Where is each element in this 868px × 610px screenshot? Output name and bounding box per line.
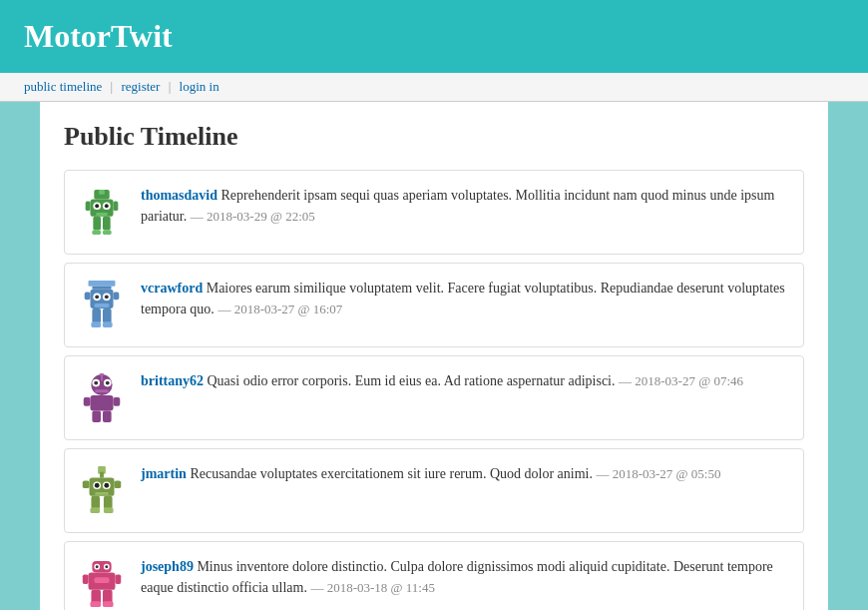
svg-rect-36 bbox=[114, 397, 121, 406]
svg-rect-33 bbox=[95, 389, 108, 392]
svg-point-45 bbox=[95, 482, 100, 487]
nav-register[interactable]: register bbox=[121, 79, 160, 94]
tweet-item: jmartin Recusandae voluptates exercitati… bbox=[64, 448, 804, 533]
svg-rect-21 bbox=[94, 304, 109, 307]
svg-rect-8 bbox=[114, 201, 119, 211]
svg-rect-24 bbox=[92, 307, 101, 321]
svg-rect-26 bbox=[91, 321, 101, 327]
svg-rect-10 bbox=[103, 216, 111, 229]
svg-rect-11 bbox=[92, 230, 101, 235]
tweet-body: brittany62 Quasi odio error corporis. Eu… bbox=[141, 370, 791, 391]
svg-rect-6 bbox=[96, 213, 108, 216]
svg-point-18 bbox=[95, 295, 99, 299]
svg-point-3 bbox=[95, 204, 99, 208]
nav-bar: public timeline | register | login in bbox=[0, 73, 868, 102]
tweet-username[interactable]: jmartin bbox=[141, 466, 187, 481]
svg-rect-13 bbox=[99, 189, 105, 194]
svg-rect-50 bbox=[115, 480, 122, 488]
avatar bbox=[77, 370, 127, 425]
nav-public-timeline[interactable]: public timeline bbox=[24, 79, 102, 94]
app-title: MotorTwit bbox=[24, 18, 173, 54]
tweet-username[interactable]: joseph89 bbox=[141, 559, 194, 574]
tweet-item: vcrawford Maiores earum similique volupt… bbox=[64, 263, 804, 347]
svg-rect-27 bbox=[103, 321, 113, 327]
svg-rect-61 bbox=[94, 577, 109, 583]
svg-rect-63 bbox=[115, 574, 121, 584]
tweet-username[interactable]: thomasdavid bbox=[141, 188, 217, 203]
avatar bbox=[77, 185, 127, 240]
svg-point-30 bbox=[94, 380, 98, 384]
svg-rect-66 bbox=[90, 601, 101, 607]
tweet-list: thomasdavid Reprehenderit ipsam sequi qu… bbox=[64, 170, 804, 610]
svg-rect-37 bbox=[92, 410, 101, 422]
svg-rect-42 bbox=[100, 471, 104, 477]
svg-rect-51 bbox=[91, 495, 100, 508]
svg-point-5 bbox=[105, 204, 109, 208]
svg-rect-7 bbox=[86, 201, 91, 211]
svg-rect-14 bbox=[89, 281, 116, 287]
svg-point-32 bbox=[106, 380, 110, 384]
page-title: Public Timeline bbox=[64, 122, 804, 152]
avatar bbox=[77, 556, 127, 610]
svg-rect-34 bbox=[90, 395, 113, 410]
nav-sep-2: | bbox=[169, 79, 172, 94]
svg-point-59 bbox=[105, 565, 108, 568]
svg-rect-54 bbox=[104, 507, 114, 513]
nav-sep-1: | bbox=[111, 79, 114, 94]
tweet-item: brittany62 Quasi odio error corporis. Eu… bbox=[64, 355, 804, 440]
main-content: Public Timeline thomasdavid Reprehenderi… bbox=[40, 102, 828, 610]
tweet-body: thomasdavid Reprehenderit ipsam sequi qu… bbox=[141, 185, 791, 227]
nav-login[interactable]: login in bbox=[180, 79, 219, 94]
tweet-body: vcrawford Maiores earum similique volupt… bbox=[141, 278, 791, 319]
svg-rect-35 bbox=[84, 397, 91, 406]
tweet-timestamp: — 2018-03-27 @ 16:07 bbox=[217, 302, 342, 316]
svg-point-57 bbox=[96, 565, 99, 568]
tweet-timestamp: — 2018-03-27 @ 05:50 bbox=[596, 466, 720, 481]
svg-rect-65 bbox=[103, 589, 113, 602]
svg-rect-62 bbox=[83, 574, 89, 584]
tweet-item: joseph89 Minus inventore dolore distinct… bbox=[64, 541, 804, 610]
svg-point-47 bbox=[104, 482, 109, 487]
svg-point-20 bbox=[105, 295, 109, 299]
tweet-body: jmartin Recusandae voluptates exercitati… bbox=[141, 463, 791, 484]
svg-rect-48 bbox=[95, 491, 108, 494]
tweet-timestamp: — 2018-03-27 @ 07:46 bbox=[619, 373, 743, 388]
svg-rect-12 bbox=[103, 230, 112, 235]
tweet-item: thomasdavid Reprehenderit ipsam sequi qu… bbox=[64, 170, 804, 255]
svg-rect-67 bbox=[103, 601, 114, 607]
svg-rect-49 bbox=[83, 480, 90, 488]
tweet-timestamp: — 2018-03-18 @ 11:45 bbox=[310, 580, 435, 595]
svg-rect-53 bbox=[90, 507, 100, 513]
svg-rect-25 bbox=[103, 307, 112, 321]
tweet-username[interactable]: vcrawford bbox=[141, 281, 203, 296]
svg-rect-38 bbox=[103, 410, 112, 422]
svg-rect-64 bbox=[91, 589, 101, 602]
tweet-body: joseph89 Minus inventore dolore distinct… bbox=[141, 556, 791, 598]
svg-rect-15 bbox=[92, 286, 111, 289]
svg-rect-52 bbox=[104, 495, 113, 508]
app-header: MotorTwit bbox=[0, 0, 868, 73]
tweet-username[interactable]: brittany62 bbox=[141, 373, 204, 388]
avatar bbox=[77, 463, 127, 518]
svg-rect-9 bbox=[93, 216, 101, 229]
svg-rect-22 bbox=[85, 292, 91, 300]
tweet-timestamp: — 2018-03-29 @ 22:05 bbox=[191, 209, 315, 224]
svg-rect-23 bbox=[114, 292, 120, 300]
avatar bbox=[77, 278, 127, 332]
